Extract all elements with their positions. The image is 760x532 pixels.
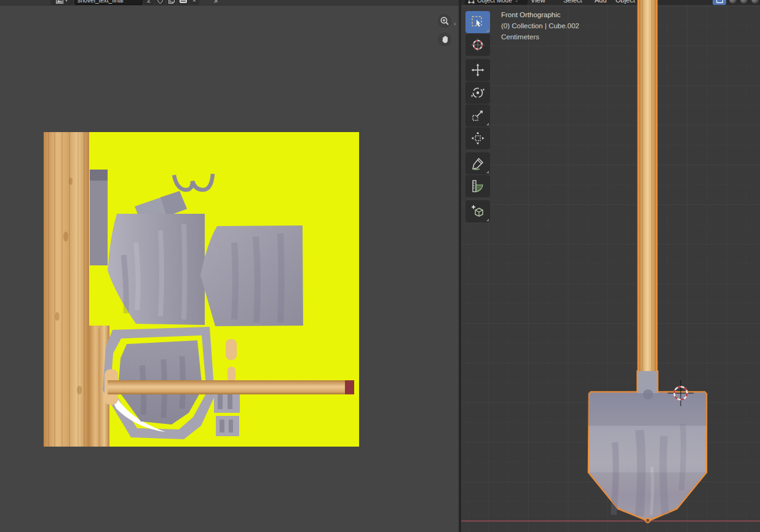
move-icon <box>470 63 485 77</box>
menu-select[interactable]: Select <box>563 0 582 5</box>
measure-icon <box>470 179 485 194</box>
collection-object-label: (0) Collection | Cube.002 <box>501 20 579 31</box>
pan-hand-button[interactable] <box>437 31 453 47</box>
shading-solid-icon[interactable] <box>740 0 748 4</box>
blender-window: 2 × <box>0 0 760 532</box>
transform-icon <box>470 131 485 146</box>
uv-image-editor-panel: 2 × <box>0 0 459 532</box>
zoom-button[interactable] <box>437 13 453 29</box>
open-image-button[interactable] <box>177 0 189 5</box>
menu-add[interactable]: Add <box>595 0 607 5</box>
tool-add-cube[interactable] <box>465 200 490 222</box>
viewport-3d-canvas[interactable] <box>461 0 760 532</box>
texture-image <box>44 132 359 447</box>
shovel-handle <box>639 0 656 371</box>
fake-user-shield-button[interactable] <box>155 0 165 5</box>
shading-wireframe-icon[interactable] <box>729 0 737 4</box>
tool-annotate[interactable] <box>465 152 490 174</box>
shading-rendered-icon[interactable] <box>751 0 759 4</box>
gizmo-icon <box>716 0 723 3</box>
image-icon <box>56 0 63 4</box>
shield-icon <box>157 0 163 4</box>
chevron-down-icon <box>65 0 68 2</box>
mode-selector[interactable]: Object Mode ⌄ <box>465 0 528 5</box>
open-image-icon <box>180 0 187 3</box>
tool-measure[interactable] <box>465 175 490 197</box>
tool-scale[interactable] <box>465 104 490 127</box>
new-image-button[interactable] <box>166 0 176 5</box>
tool-rotate[interactable] <box>465 82 490 104</box>
select-box-icon <box>470 15 485 29</box>
add-cube-icon <box>470 204 485 219</box>
uv-editor-canvas[interactable]: ‹ <box>0 6 459 532</box>
annotate-pencil-icon <box>470 156 485 171</box>
browse-image-button[interactable] <box>50 0 74 5</box>
rotate-icon <box>470 85 485 100</box>
image-editor-header: 2 × <box>0 0 459 6</box>
chevron-down-icon: ⌄ <box>515 0 519 3</box>
view-label: Front Orthographic <box>501 9 561 20</box>
image-name-field[interactable] <box>74 0 143 5</box>
tool-transform[interactable] <box>465 127 490 149</box>
users-count-button[interactable]: 2 <box>143 0 154 5</box>
region-collapse-arrow[interactable]: ‹ <box>454 20 456 27</box>
tool-select-box[interactable] <box>465 11 490 33</box>
magnifier-icon <box>440 16 449 26</box>
tool-move[interactable] <box>465 59 490 81</box>
unlink-image-button[interactable]: × <box>189 0 199 5</box>
viewport-header: Object Mode ⌄ View Select Add Object <box>461 0 760 5</box>
mode-selector-label: Object Mode <box>477 0 512 4</box>
menu-view[interactable]: View <box>531 0 545 5</box>
scale-icon <box>470 108 485 123</box>
gizmo-toggle-button[interactable] <box>713 0 726 5</box>
menu-object[interactable]: Object <box>616 0 635 5</box>
cursor-tool-icon <box>470 37 485 52</box>
duplicate-icon <box>168 0 175 4</box>
object-mode-icon <box>468 0 475 4</box>
units-label: Centimeters <box>501 31 539 42</box>
object-origin-dot <box>646 518 650 523</box>
hand-icon <box>440 35 449 44</box>
pin-icon[interactable] <box>212 0 221 5</box>
viewport-3d-panel: Object Mode ⌄ View Select Add Object <box>461 0 760 532</box>
tool-cursor[interactable] <box>465 34 490 56</box>
